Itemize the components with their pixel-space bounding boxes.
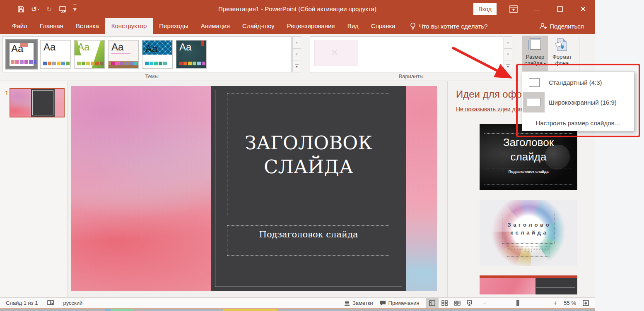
swatch [100, 62, 104, 65]
idea-subtitle-box: П о д з а г о л о в о к с л а й д а [507, 246, 550, 257]
theme-card[interactable]: Aa [74, 40, 105, 69]
tab-design[interactable]: Конструктор [105, 18, 153, 34]
swatch [77, 62, 81, 65]
idea-title-box: З а г о л о в о к с л а й д а [502, 214, 555, 244]
swatch [66, 62, 70, 65]
swatch [34, 60, 37, 64]
swatch [145, 62, 149, 65]
minimize-button[interactable]: — [525, 0, 548, 18]
scroll-down-icon[interactable]: ▼ [504, 49, 512, 61]
fit-to-window-button[interactable] [583, 300, 589, 306]
gallery-more-icon[interactable]: ▼ [292, 60, 301, 72]
tab-view[interactable]: Вид [341, 18, 365, 34]
slide-canvas[interactable]: ЗАГОЛОВОК СЛАЙДА Подзаголовок слайда [71, 86, 437, 291]
slide-1-thumbnail[interactable] [10, 88, 65, 117]
slide-thumbnail-pane: 1 [0, 81, 68, 297]
menu-item-standard[interactable]: Стандартный (4:3) [522, 74, 634, 92]
ribbon-display-options-button[interactable] [502, 0, 525, 18]
theme-card[interactable]: Aa [142, 40, 173, 69]
spellcheck-icon[interactable] [47, 300, 54, 306]
sign-in-button[interactable]: Вход [473, 3, 497, 15]
zoom-slider[interactable] [493, 298, 547, 308]
normal-view-button[interactable] [426, 298, 439, 308]
variants-gallery-scroll: ▲ ▼ ▼ [504, 36, 512, 72]
menu-item-widescreen[interactable]: Широкоэкранный (16:9) [522, 92, 634, 112]
variants-group-label: Варианты [310, 73, 512, 79]
menu-item-custom-size[interactable]: Настроить размер слайдов… [522, 116, 634, 129]
tab-transitions[interactable]: Переходы [153, 18, 194, 34]
idea-title-box: Заголовок слайда [484, 133, 573, 166]
gallery-more-icon[interactable]: ▼ [504, 60, 512, 72]
design-idea-thumbnail-petals[interactable]: З а г о л о в о к с л а й д а П о д з а … [480, 200, 577, 266]
title-placeholder[interactable]: ЗАГОЛОВОК СЛАЙДА [227, 93, 390, 217]
zoom-percentage[interactable]: 55 % [564, 300, 576, 306]
widescreen-16-9-icon-selected [523, 92, 545, 112]
tab-insert[interactable]: Вставка [70, 18, 105, 34]
swatch [86, 62, 90, 65]
undo-caret-icon[interactable]: ▾ [38, 7, 39, 11]
theme-card-current[interactable]: Aa [6, 40, 37, 69]
ribbon-design: Aa Aa [0, 34, 595, 81]
reading-view-button[interactable] [451, 298, 463, 308]
swatch [24, 60, 28, 64]
quick-access-toolbar: ↺▾ ↻ ▾ [17, 0, 77, 18]
swatch [29, 60, 33, 64]
swatch [116, 62, 119, 65]
close-button[interactable]: ✕ [572, 0, 595, 18]
tab-home[interactable]: Главная [34, 18, 70, 34]
variant-thumbnail[interactable] [314, 40, 358, 66]
save-icon[interactable] [17, 6, 24, 13]
standard-4-3-icon [529, 78, 540, 87]
scroll-up-icon[interactable]: ▲ [504, 36, 512, 49]
tab-slideshow[interactable]: Слайд-шоу [236, 18, 281, 34]
swatch [15, 60, 19, 64]
zoom-in-button[interactable]: + [553, 299, 557, 307]
swatch [159, 62, 162, 65]
share-person-icon [539, 23, 547, 30]
format-background-button[interactable]: Формат фона [549, 36, 575, 72]
notes-button[interactable]: Заметки [344, 300, 373, 306]
title-bar: ↺▾ ↻ ▾ Презентация1 - PowerPoint (Сбой а… [0, 0, 595, 18]
slideshow-view-button[interactable] [463, 298, 476, 308]
desktop-strip [0, 309, 595, 311]
zoom-slider-handle[interactable] [516, 300, 519, 306]
slide-size-button[interactable]: Размер слайда ▾ [522, 36, 548, 72]
theme-card[interactable]: Aa [40, 40, 71, 69]
maximize-button[interactable] [548, 0, 572, 18]
swatch [20, 60, 24, 64]
dropdown-caret-icon: ▾ [544, 62, 546, 66]
subtitle-placeholder[interactable]: Подзаголовок слайда [227, 225, 390, 256]
start-slideshow-icon[interactable] [59, 6, 67, 13]
comments-button[interactable]: Примечания [380, 300, 420, 306]
swatch [193, 62, 196, 65]
comment-icon [380, 300, 386, 306]
language-indicator[interactable]: русский [63, 300, 83, 306]
swatch [82, 62, 85, 65]
customize-qat-button[interactable]: ▾ [73, 5, 77, 14]
theme-card[interactable]: Aa [108, 40, 139, 69]
slide-center-panel: ЗАГОЛОВОК СЛАЙДА Подзаголовок слайда [211, 86, 406, 291]
powerpoint-window: ↺▾ ↻ ▾ Презентация1 - PowerPoint (Сбой а… [0, 0, 595, 309]
design-idea-thumbnail-partial[interactable] [480, 275, 577, 294]
tab-animations[interactable]: Анимация [195, 18, 236, 34]
swatch [91, 62, 94, 65]
scroll-down-icon[interactable]: ▼ [292, 49, 301, 61]
tab-file[interactable]: Файл [6, 18, 34, 34]
undo-button[interactable]: ↺▾ [31, 5, 39, 14]
notes-icon [344, 300, 350, 306]
share-button[interactable]: Поделиться [539, 18, 584, 34]
swatch [52, 62, 56, 65]
zoom-out-button[interactable]: − [482, 299, 486, 307]
slide-subtitle-text: Подзаголовок слайда [227, 230, 390, 239]
tab-review[interactable]: Рецензирование [281, 18, 341, 34]
variants-gallery [310, 36, 503, 72]
tell-me-box[interactable]: Что вы хотите сделать? [410, 18, 488, 34]
theme-card[interactable]: Aa [176, 40, 207, 69]
tab-help[interactable]: Справка [365, 18, 402, 34]
design-idea-thumbnail-dark[interactable]: Заголовок слайда Подзаголовок слайда [480, 124, 577, 190]
slide-sorter-view-button[interactable] [439, 298, 451, 308]
themes-gallery: Aa Aa [2, 36, 292, 72]
scroll-up-icon[interactable]: ▲ [292, 36, 301, 49]
themes-group-label: Темы [2, 73, 301, 79]
slide-editor: ЗАГОЛОВОК СЛАЙДА Подзаголовок слайда [68, 81, 447, 297]
